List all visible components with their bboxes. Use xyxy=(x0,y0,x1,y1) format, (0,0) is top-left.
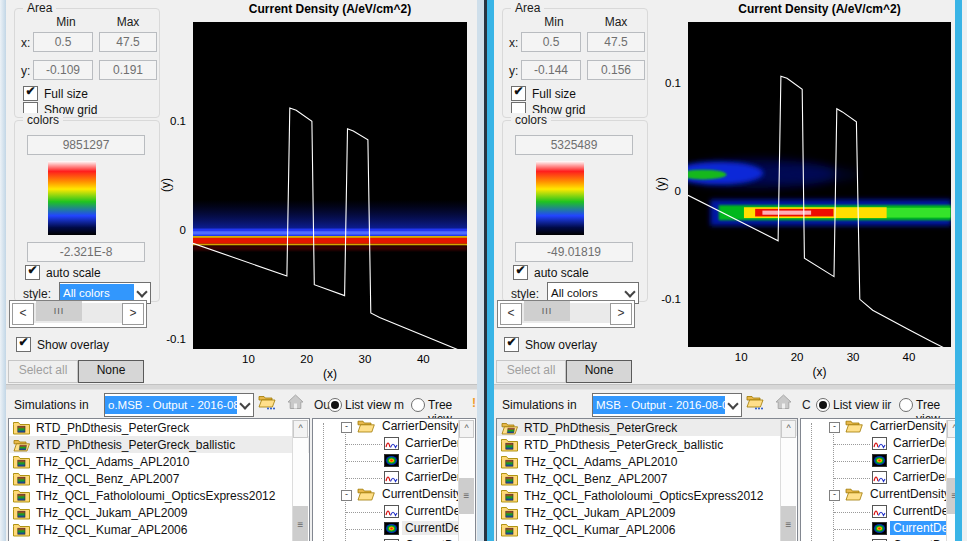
none-button[interactable]: None xyxy=(566,360,632,383)
list-view-radio[interactable] xyxy=(328,398,342,412)
y-min-field[interactable]: -0.109 xyxy=(33,60,93,80)
simulation-list-item[interactable]: THz_QCL_Fathololoumi_OpticsExpress2012 xyxy=(9,487,309,504)
browse-folder-icon[interactable] xyxy=(746,394,766,411)
list-view-label[interactable]: List view xyxy=(345,398,391,412)
home-icon[interactable] xyxy=(287,394,307,411)
svg-text:30: 30 xyxy=(359,353,372,365)
simulation-list-item[interactable]: THz_QCL_Adams_APL2010 xyxy=(497,453,797,470)
checkbox-box[interactable]: ✔ xyxy=(23,86,38,101)
simulation-list-item[interactable]: RTD_PhDthesis_PeterGreck_ballistic xyxy=(497,436,797,453)
tree-item-row[interactable]: CurrentDensity xyxy=(801,504,963,521)
x-min-field[interactable]: 0.5 xyxy=(521,32,581,52)
scroll-right-button[interactable]: > xyxy=(122,303,144,325)
scroll-up-button[interactable]: ^ xyxy=(781,420,796,438)
tree-item-row[interactable]: CarrierDensity xyxy=(801,470,963,487)
simulation-list-item[interactable]: RTD_PhDthesis_PeterGreck xyxy=(9,419,309,436)
simulations-dropdown[interactable]: MSB - Output - 2016-08-09 xyxy=(592,393,742,417)
svg-text:20: 20 xyxy=(791,351,804,363)
chevron-down-icon[interactable] xyxy=(237,394,253,416)
simulation-list-item[interactable]: THz_QCL_Kumar_APL2006 xyxy=(9,521,309,538)
tree-item-row[interactable]: CarrierDensity xyxy=(313,470,475,487)
scroll-up-button[interactable]: ^ xyxy=(293,420,308,438)
tree-folder-row[interactable]: -CarrierDensity xyxy=(313,419,475,436)
simulation-list-item[interactable]: THz_QCL_Jukam_APL2009 xyxy=(497,504,797,521)
simulation-list-item[interactable]: RTD_PhDthesis_PeterGreck_ballistic xyxy=(9,436,309,453)
collapse-icon[interactable]: - xyxy=(829,422,840,433)
simulation-list-item[interactable]: THz_QCL_Benz_APL2007 xyxy=(9,470,309,487)
simulation-list-item[interactable]: THz_QCL_Adams_APL2010 xyxy=(9,453,309,470)
tree-item-row[interactable]: CarrierDensity xyxy=(313,453,475,470)
tree-folder-row[interactable]: -CurrentDensity xyxy=(313,487,475,504)
color-scale-min-field[interactable]: -49.01819 xyxy=(515,242,633,262)
tree-view-radio[interactable] xyxy=(411,398,425,412)
tree-item-row[interactable]: CarrierDensity xyxy=(801,436,963,453)
tree-item-row[interactable]: CarrierDensity xyxy=(313,436,475,453)
simulation-list-item[interactable]: THz_QCL_Fathololoumi_OpticsExpress2012 xyxy=(497,487,797,504)
frame-scrollbar[interactable]: < III > xyxy=(9,300,147,328)
x-min-field[interactable]: 0.5 xyxy=(33,32,93,52)
y-max-field[interactable]: 0.156 xyxy=(587,60,645,80)
scroll-right-button[interactable]: > xyxy=(610,303,632,325)
auto-scale-checkbox[interactable]: ✔ auto scale xyxy=(25,265,101,280)
color-scale-min-field[interactable]: -2.321E-8 xyxy=(27,242,145,262)
simulation-list-item[interactable]: THz_QCL_Jukam_APL2009 xyxy=(9,504,309,521)
color-scale-max-field[interactable]: 5325489 xyxy=(515,135,633,155)
tree-item-row[interactable]: CarrierDensity xyxy=(801,453,963,470)
collapse-icon[interactable]: - xyxy=(341,490,352,501)
checkbox-box[interactable]: ✔ xyxy=(16,337,31,352)
scrollbar-thumb[interactable]: ≡ xyxy=(781,506,796,541)
simulation-list-item[interactable]: THz_QCL_Benz_APL2007 xyxy=(497,470,797,487)
select-all-button[interactable]: Select all xyxy=(8,360,78,383)
full-size-checkbox[interactable]: ✔ Full size xyxy=(23,86,88,101)
auto-scale-checkbox[interactable]: ✔ auto scale xyxy=(513,265,589,280)
tree-item-row[interactable]: CurrentDensity xyxy=(313,504,475,521)
simulation-list[interactable]: RTD_PhDthesis_PeterGreckRTD_PhDthesis_Pe… xyxy=(8,418,310,541)
x-max-field[interactable]: 47.5 xyxy=(587,32,645,52)
y-min-field[interactable]: -0.144 xyxy=(521,60,581,80)
scrollbar-thumb[interactable]: III xyxy=(524,301,570,321)
splitter[interactable] xyxy=(494,384,955,390)
none-button[interactable]: None xyxy=(78,360,144,383)
scrollbar-thumb[interactable]: ≡ xyxy=(459,478,474,514)
chevron-down-icon[interactable] xyxy=(725,394,741,416)
scroll-left-button[interactable]: < xyxy=(500,303,522,325)
list-view-label[interactable]: List view xyxy=(833,398,879,412)
simulation-list-item[interactable]: THz_QCL_Kumar_APL2006 xyxy=(497,521,797,538)
browse-folder-icon[interactable] xyxy=(258,394,278,411)
list-view-radio[interactable] xyxy=(816,398,830,412)
x-max-field[interactable]: 47.5 xyxy=(99,32,157,52)
scroll-up-button[interactable]: ^ xyxy=(459,420,474,438)
home-icon[interactable] xyxy=(775,394,795,411)
simulations-dropdown[interactable]: o.MSB - Output - 2016-08-09 xyxy=(104,393,254,417)
select-all-button[interactable]: Select all xyxy=(496,360,566,383)
simulation-list-item[interactable]: RTD_PhDthesis_PeterGreck xyxy=(497,419,797,436)
checkbox-box[interactable]: ✔ xyxy=(504,337,519,352)
scrollbar-thumb[interactable]: III xyxy=(36,301,82,321)
scroll-left-button[interactable]: < xyxy=(12,303,34,325)
output-tree[interactable]: -CarrierDensityCarrierDensityCarrierDens… xyxy=(800,418,964,541)
checkbox-box[interactable]: ✔ xyxy=(511,86,526,101)
tree-item-label: CurrentDensity xyxy=(402,521,459,535)
tree-item-row[interactable]: CurrentDensity xyxy=(801,521,963,538)
collapse-icon[interactable]: - xyxy=(829,490,840,501)
color-scale-max-field[interactable]: 9851297 xyxy=(27,135,145,155)
tree-folder-row[interactable]: -CarrierDensity xyxy=(801,419,963,436)
tree-folder-row[interactable]: -CurrentDensity xyxy=(801,487,963,504)
collapse-icon[interactable]: - xyxy=(341,422,352,433)
simulation-list[interactable]: RTD_PhDthesis_PeterGreckRTD_PhDthesis_Pe… xyxy=(496,418,798,541)
y-max-field[interactable]: 0.191 xyxy=(99,60,157,80)
frame-scrollbar[interactable]: < III > xyxy=(497,300,635,328)
list-vertical-scrollbar[interactable]: ^ ≡ xyxy=(292,420,308,541)
tree-item-row[interactable]: CurrentDensity xyxy=(313,521,475,538)
show-overlay-checkbox[interactable]: ✔ Show overlay xyxy=(504,337,597,352)
checkbox-box[interactable]: ✔ xyxy=(25,265,40,280)
list-vertical-scrollbar[interactable]: ^ ≡ xyxy=(780,420,796,541)
checkbox-box[interactable]: ✔ xyxy=(513,265,528,280)
splitter[interactable] xyxy=(6,384,477,390)
tree-vertical-scrollbar[interactable]: ^ ≡ xyxy=(458,420,474,541)
show-overlay-checkbox[interactable]: ✔ Show overlay xyxy=(16,337,109,352)
output-tree[interactable]: -CarrierDensityCarrierDensityCarrierDens… xyxy=(312,418,476,541)
full-size-checkbox[interactable]: ✔ Full size xyxy=(511,86,576,101)
scrollbar-thumb[interactable]: ≡ xyxy=(293,506,308,541)
tree-view-radio[interactable] xyxy=(899,398,913,412)
